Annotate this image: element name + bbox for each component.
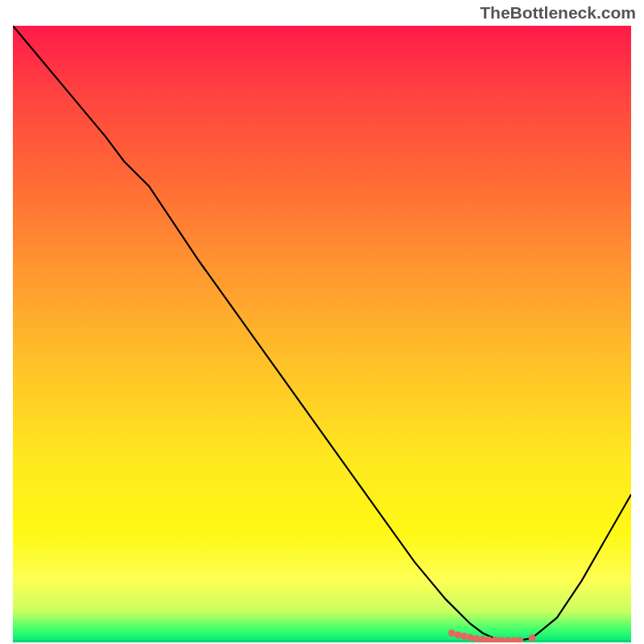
green-bottom-band	[13, 640, 631, 642]
watermark-text: TheBottleneck.com	[480, 3, 636, 23]
chart-container	[13, 26, 631, 642]
plot-gradient-background	[13, 26, 631, 642]
